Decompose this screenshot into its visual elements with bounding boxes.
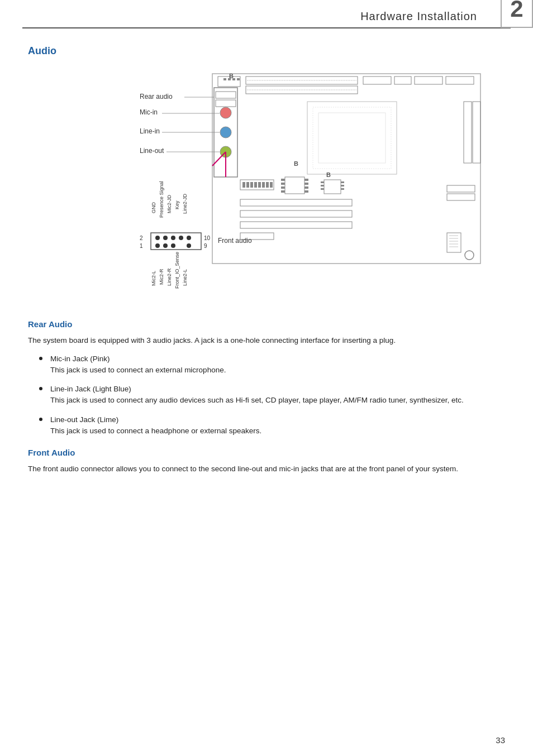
svg-text:B: B (326, 171, 331, 178)
svg-rect-54 (447, 185, 475, 192)
bullet-label-lineout: Line-out Jack (Lime) (50, 414, 261, 425)
bullet-item-linein: Line-in Jack (Light Blue) This jack is u… (39, 384, 505, 406)
front-audio-label: Front audio (218, 237, 252, 245)
svg-rect-46 (321, 188, 324, 190)
header-title: Hardware Installation (360, 10, 477, 23)
svg-rect-37 (281, 186, 285, 189)
svg-rect-47 (341, 181, 344, 183)
svg-rect-35 (281, 179, 285, 181)
svg-rect-22 (318, 113, 386, 163)
svg-rect-41 (304, 186, 308, 189)
svg-rect-24 (473, 102, 480, 163)
bullet-label-mic: Mic-in Jack (Pink) (50, 353, 226, 365)
line-out-label: Line-out (140, 147, 164, 155)
svg-rect-36 (281, 183, 285, 185)
svg-point-15 (220, 107, 231, 118)
svg-rect-40 (304, 183, 308, 185)
svg-text:Mic2-L: Mic2-L (151, 271, 156, 286)
svg-rect-32 (266, 182, 269, 188)
bullet-content-mic: Mic-in Jack (Pink) This jack is used to … (50, 353, 226, 376)
svg-rect-44 (321, 181, 324, 183)
svg-point-58 (163, 236, 168, 240)
svg-rect-26 (242, 182, 245, 188)
svg-rect-10 (363, 76, 391, 84)
diagram-svg: Rear audio Mic-in Line-in Line-out GND P… (28, 68, 508, 291)
svg-rect-23 (464, 102, 472, 163)
page-number: 33 (496, 735, 505, 745)
bullet-item-lineout: Line-out Jack (Lime) This jack is used t… (39, 414, 505, 437)
svg-rect-29 (254, 182, 257, 188)
svg-rect-13 (446, 76, 474, 84)
svg-point-66 (465, 251, 474, 260)
svg-text:GND: GND (151, 202, 156, 214)
mic-in-label: Mic-in (140, 108, 158, 116)
svg-rect-27 (246, 182, 249, 188)
svg-rect-21 (313, 107, 391, 169)
svg-text:1: 1 (140, 243, 143, 249)
bullet-item-mic: Mic-in Jack (Pink) This jack is used to … (39, 353, 505, 376)
svg-rect-34 (285, 177, 304, 194)
svg-text:Line2-R: Line2-R (166, 268, 172, 286)
svg-point-65 (187, 243, 191, 248)
bullet-dot-lineout (39, 418, 42, 421)
bullet-dot-mic (39, 357, 42, 360)
chapter-number: 2 (501, 0, 533, 28)
svg-text:Key: Key (174, 200, 180, 209)
svg-rect-33 (270, 182, 273, 188)
bullet-content-lineout: Line-out Jack (Lime) This jack is used t… (50, 414, 261, 437)
svg-point-64 (171, 243, 175, 248)
svg-rect-11 (394, 76, 411, 84)
svg-rect-55 (447, 194, 475, 200)
svg-rect-52 (240, 222, 352, 228)
svg-text:Presence Signal: Presence Signal (159, 181, 164, 218)
svg-rect-20 (307, 102, 397, 174)
audio-section-title: Audio (28, 45, 505, 57)
svg-rect-43 (324, 180, 341, 194)
svg-rect-31 (262, 182, 265, 188)
svg-rect-30 (258, 182, 261, 188)
svg-rect-38 (281, 190, 285, 193)
svg-text:10: 10 (204, 235, 211, 241)
rear-audio-bullet-list: Mic-in Jack (Pink) This jack is used to … (39, 353, 505, 437)
rear-audio-description: The system board is equipped with 3 audi… (28, 334, 505, 347)
page-header: Hardware Installation 2 (22, 0, 511, 28)
svg-rect-19 (216, 100, 236, 107)
bullet-content-linein: Line-in Jack (Light Blue) This jack is u… (50, 384, 464, 406)
svg-text:Line2-JD: Line2-JD (182, 193, 188, 214)
bullet-label-linein: Line-in Jack (Light Blue) (50, 384, 464, 395)
svg-text:Mic2-JD: Mic2-JD (166, 195, 172, 213)
svg-point-61 (187, 236, 191, 240)
svg-rect-18 (216, 92, 236, 98)
svg-rect-49 (341, 188, 344, 190)
svg-text:B: B (294, 160, 298, 167)
svg-rect-12 (415, 76, 442, 84)
bullet-desc-lineout: This jack is used to connect a headphone… (50, 425, 261, 437)
svg-rect-5 (237, 78, 240, 80)
front-audio-title: Front Audio (28, 448, 505, 457)
svg-point-59 (171, 236, 175, 240)
svg-rect-39 (304, 179, 308, 181)
svg-point-62 (155, 243, 160, 248)
front-audio-description: The front audio connector allows you to … (28, 463, 505, 475)
bullet-desc-linein: This jack is used to connect any audio d… (50, 395, 464, 406)
svg-text:2: 2 (140, 235, 143, 241)
svg-point-60 (179, 236, 183, 240)
svg-text:9: 9 (204, 243, 207, 249)
svg-point-16 (220, 127, 231, 138)
svg-text:B: B (229, 73, 234, 79)
rear-audio-title: Rear Audio (28, 319, 505, 329)
main-content: Audio (0, 28, 533, 504)
bullet-desc-mic: This jack is used to connect an external… (50, 365, 226, 376)
audio-diagram: Rear audio Mic-in Line-in Line-out GND P… (28, 68, 505, 303)
svg-text:Front_IO_Sense: Front_IO_Sense (174, 252, 180, 289)
svg-rect-50 (240, 199, 352, 206)
svg-rect-42 (304, 190, 308, 193)
svg-point-57 (155, 236, 160, 240)
rear-audio-label: Rear audio (140, 93, 173, 101)
line-in-label: Line-in (140, 127, 160, 135)
svg-rect-51 (240, 210, 352, 217)
svg-text:Mic2-R: Mic2-R (159, 269, 164, 285)
bullet-dot-linein (39, 387, 42, 390)
svg-rect-2 (223, 78, 226, 80)
svg-rect-45 (321, 185, 324, 186)
